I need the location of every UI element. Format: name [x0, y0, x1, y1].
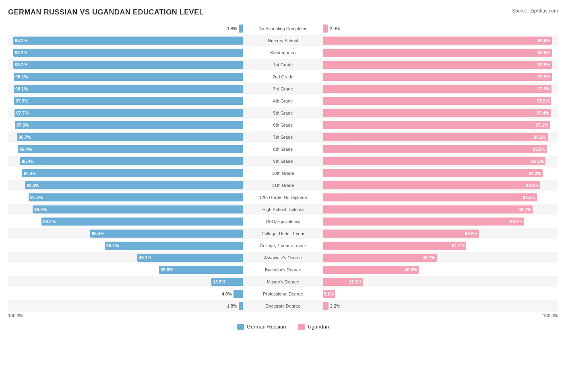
right-section: 98.0% [323, 47, 558, 58]
bar-right: 89.7% [323, 205, 533, 213]
right-section: 89.7% [323, 204, 558, 215]
bar-right: 61.2% [323, 242, 466, 250]
legend-item-right: Ugandan [298, 324, 329, 330]
left-section: 86.2% [8, 216, 243, 227]
bar-label: Doctorate Degree [243, 304, 323, 308]
value-right: 2.2% [330, 304, 340, 308]
bar-label: 6th Grade [243, 123, 323, 127]
bar-row: 35.8%Bachelor's Degree40.8% [8, 264, 558, 275]
bar-left: 98.1% [14, 73, 243, 81]
bar-row: 98.2%1st Grade97.9% [8, 59, 558, 70]
bar-left: 95.4% [20, 157, 243, 165]
value-right: 97.1% [536, 123, 548, 127]
value-right: 5.1% [324, 291, 334, 296]
value-left: 98.1% [15, 74, 28, 79]
left-section: 1.8% [8, 23, 243, 34]
bar-label: 3rd Grade [243, 86, 323, 91]
legend-label-left: German Russian [247, 324, 286, 330]
bar-label: 12th Grade, No Diploma [243, 195, 323, 200]
value-left: 98.2% [15, 62, 27, 67]
legend-box-left [237, 324, 244, 330]
bar-label: GED/Equivalency [243, 219, 323, 224]
bar-row: 98.2%Nursery School98.0% [8, 35, 558, 46]
bar-left: 59.1% [105, 242, 243, 250]
bar-right: 17.1% [323, 278, 363, 286]
right-section: 97.1% [323, 119, 558, 131]
value-left: 97.7% [16, 111, 29, 115]
bar-left: 90.0% [33, 205, 243, 213]
bar-row: 97.5%6th Grade97.1% [8, 119, 558, 131]
axis-left: 100.0% [8, 313, 23, 318]
right-section: 40.8% [323, 264, 558, 275]
right-section: 91.5% [323, 192, 558, 203]
bar-row: 45.1%Associate's Degree48.7% [8, 252, 558, 263]
left-section: 97.9% [8, 95, 243, 107]
bar-right: 97.6% [323, 97, 551, 105]
value-left: 97.9% [16, 99, 28, 103]
right-section: 5.1% [323, 288, 558, 300]
bar-left: 35.8% [159, 266, 243, 274]
left-section: 98.2% [8, 59, 243, 70]
bar-right: 95.9% [323, 145, 547, 153]
left-section: 97.7% [8, 107, 243, 119]
bar-left [239, 302, 243, 310]
left-section: 91.8% [8, 192, 243, 203]
value-right: 61.2% [452, 243, 465, 248]
left-section: 96.7% [8, 131, 243, 143]
bar-row: 13.5%Master's Degree17.1% [8, 276, 558, 287]
value-right: 95.1% [531, 159, 544, 164]
bar-row: 95.4%9th Grade95.1% [8, 156, 558, 167]
left-section: 96.4% [8, 144, 243, 155]
value-right: 97.8% [537, 86, 550, 91]
bar-row: 96.7%7th Grade96.2% [8, 131, 558, 143]
right-section: 96.2% [323, 131, 558, 143]
bar-left: 13.5% [211, 278, 243, 286]
bar-label: 5th Grade [243, 111, 323, 115]
bar-left: 98.2% [13, 61, 243, 69]
value-right: 98.0% [538, 38, 550, 43]
right-section: 86.1% [323, 216, 558, 227]
bar-right: 96.2% [323, 133, 548, 141]
value-left: 86.2% [43, 219, 56, 224]
bar-label: No Schooling Completed [243, 26, 323, 31]
bar-left: 93.3% [25, 181, 243, 189]
left-section: 98.1% [8, 83, 243, 94]
bar-left [239, 25, 243, 33]
bar-left: 96.7% [17, 133, 243, 141]
right-section: 61.2% [323, 240, 558, 251]
bar-right: 98.0% [323, 37, 552, 45]
value-left: 95.4% [22, 159, 34, 164]
value-right: 2.0% [330, 26, 340, 31]
bar-right [323, 25, 328, 33]
value-right: 96.2% [534, 135, 546, 140]
bar-right: 66.8% [323, 230, 479, 238]
bar-label: Nursery School [243, 38, 323, 43]
bar-label: Kindergarten [243, 50, 323, 55]
bar-right: 48.7% [323, 254, 437, 262]
right-section: 2.0% [323, 23, 558, 34]
bar-row: 4.0%Professional Degree5.1% [8, 288, 558, 300]
value-left: 90.0% [34, 207, 47, 212]
value-left: 98.2% [15, 50, 27, 55]
value-right: 98.0% [538, 50, 550, 55]
right-section: 48.7% [323, 252, 558, 263]
bar-right: 92.9% [323, 181, 540, 189]
value-right: 97.9% [538, 74, 550, 79]
right-section: 97.9% [323, 59, 558, 70]
left-section: 13.5% [8, 276, 243, 287]
bar-label: College, Under 1 year [243, 231, 323, 236]
right-section: 97.4% [323, 107, 558, 119]
value-left: 97.5% [17, 123, 29, 127]
value-left: 4.0% [222, 291, 232, 296]
value-left: 1.8% [227, 304, 237, 308]
legend: German Russian Ugandan [8, 324, 558, 330]
bar-right: 98.0% [323, 49, 552, 57]
axis-labels: 100.0% 100.0% [8, 313, 558, 318]
left-section: 98.2% [8, 47, 243, 58]
right-section: 97.8% [323, 83, 558, 94]
bar-row: 65.4%College, Under 1 year66.8% [8, 228, 558, 239]
bar-left: 86.2% [41, 218, 243, 226]
left-section: 94.4% [8, 168, 243, 179]
bar-row: 98.1%3rd Grade97.8% [8, 83, 558, 94]
bar-right: 97.8% [323, 85, 552, 93]
